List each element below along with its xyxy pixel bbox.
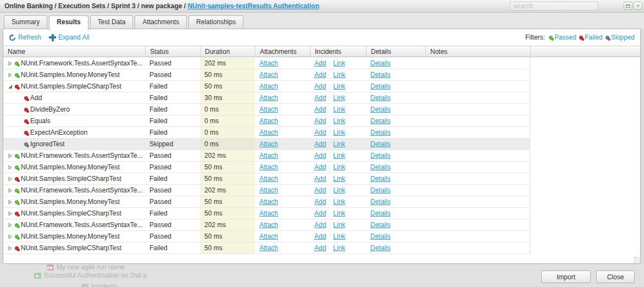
expand-icon[interactable] (8, 61, 13, 66)
breadcrumb-test-link[interactable]: NUnit-samples-testResults Authentication (187, 2, 319, 10)
column-header-status[interactable]: Status (145, 46, 200, 57)
attach-link[interactable]: Attach (259, 186, 278, 194)
link-incident-link[interactable]: Link (333, 198, 345, 206)
add-incident-link[interactable]: Add (314, 71, 326, 79)
link-incident-link[interactable]: Link (333, 106, 345, 113)
link-incident-link[interactable]: Link (333, 163, 345, 171)
add-incident-link[interactable]: Add (314, 221, 326, 229)
column-header-incidents[interactable]: Incidents (310, 46, 366, 57)
refresh-button[interactable]: Refresh (9, 34, 41, 41)
link-incident-link[interactable]: Link (333, 186, 345, 194)
details-link[interactable]: Details (370, 59, 391, 67)
add-incident-link[interactable]: Add (314, 59, 326, 67)
column-header-name[interactable]: Name (3, 46, 145, 57)
table-row[interactable]: NUnit.Samples.SimpleCSharpTestFailed50 m… (3, 208, 530, 219)
attach-link[interactable]: Attach (259, 175, 278, 183)
attach-link[interactable]: Attach (259, 59, 278, 67)
tab-test-data[interactable]: Test Data (90, 15, 134, 29)
tab-attachments[interactable]: Attachments (135, 15, 187, 29)
add-incident-link[interactable]: Add (314, 82, 326, 90)
expand-icon[interactable] (8, 246, 13, 251)
add-incident-link[interactable]: Add (314, 209, 326, 217)
link-incident-link[interactable]: Link (333, 129, 345, 136)
import-button[interactable]: Import (541, 271, 591, 283)
add-incident-link[interactable]: Add (314, 129, 326, 136)
add-incident-link[interactable]: Add (314, 186, 326, 194)
maximize-button[interactable] (624, 2, 632, 10)
column-header-attachments[interactable]: Attachments (255, 46, 310, 57)
attach-link[interactable]: Attach (259, 82, 278, 90)
add-incident-link[interactable]: Add (314, 94, 326, 102)
attach-link[interactable]: Attach (259, 244, 278, 252)
add-incident-link[interactable]: Add (314, 233, 326, 240)
add-incident-link[interactable]: Add (314, 140, 326, 148)
search-input[interactable] (510, 2, 598, 10)
link-incident-link[interactable]: Link (333, 82, 345, 90)
attach-link[interactable]: Attach (259, 198, 278, 206)
expand-icon[interactable] (8, 73, 13, 78)
table-row[interactable]: IgnoredTestSkipped0 msAttachAddLinkDetai… (3, 139, 530, 150)
attach-link[interactable]: Attach (259, 140, 278, 148)
details-link[interactable]: Details (370, 117, 391, 125)
add-incident-link[interactable]: Add (314, 152, 326, 159)
add-incident-link[interactable]: Add (314, 106, 326, 113)
filter-failed[interactable]: Failed (579, 34, 603, 41)
attach-link[interactable]: Attach (259, 233, 278, 240)
table-row[interactable]: NUnit.Samples.Money.MoneyTestPassed50 ms… (3, 69, 530, 81)
tab-results[interactable]: Results (49, 15, 88, 30)
link-incident-link[interactable]: Link (333, 221, 345, 229)
link-incident-link[interactable]: Link (333, 209, 345, 217)
details-link[interactable]: Details (370, 221, 391, 229)
table-row[interactable]: NUnit.Samples.Money.MoneyTestPassed50 ms… (3, 196, 530, 208)
link-incident-link[interactable]: Link (333, 140, 345, 148)
filter-skipped[interactable]: Skipped (606, 34, 635, 41)
details-link[interactable]: Details (370, 82, 391, 90)
attach-link[interactable]: Attach (259, 106, 278, 113)
table-row[interactable]: NUnit.Samples.SimpleCSharpTestFailed50 m… (3, 173, 530, 185)
link-incident-link[interactable]: Link (333, 175, 345, 183)
close-button[interactable]: Close (596, 271, 635, 283)
details-link[interactable]: Details (370, 186, 391, 194)
link-incident-link[interactable]: Link (333, 244, 345, 252)
table-row[interactable]: NUnit.Samples.SimpleCSharpTestFailed50 m… (3, 242, 530, 254)
attach-link[interactable]: Attach (259, 94, 278, 102)
add-incident-link[interactable]: Add (314, 117, 326, 125)
add-incident-link[interactable]: Add (314, 244, 326, 252)
details-link[interactable]: Details (370, 175, 391, 183)
collapse-icon[interactable] (8, 84, 13, 89)
attach-link[interactable]: Attach (259, 163, 278, 171)
expand-icon[interactable] (8, 153, 13, 158)
expand-icon[interactable] (8, 211, 13, 216)
tab-summary[interactable]: Summary (4, 15, 47, 29)
table-row[interactable]: DivideByZeroFailed0 msAttachAddLinkDetai… (3, 104, 530, 115)
details-link[interactable]: Details (370, 71, 391, 79)
expand-icon[interactable] (8, 234, 13, 239)
details-link[interactable]: Details (370, 152, 391, 159)
attach-link[interactable]: Attach (259, 117, 278, 125)
attach-link[interactable]: Attach (259, 129, 278, 136)
table-row[interactable]: EqualsFailed0 msAttachAddLinkDetails (3, 115, 530, 127)
link-incident-link[interactable]: Link (333, 117, 345, 125)
details-link[interactable]: Details (370, 106, 391, 113)
table-row[interactable]: NUnit.Samples.Money.MoneyTestPassed50 ms… (3, 162, 530, 173)
table-row[interactable]: NUnit.Framework.Tests.AssertSyntaxTe...P… (3, 58, 530, 69)
table-row[interactable]: NUnit.Framework.Tests.AssertSyntaxTe...P… (3, 150, 530, 162)
table-row[interactable]: NUnit.Framework.Tests.AssertSyntaxTe...P… (3, 219, 530, 231)
details-link[interactable]: Details (370, 209, 391, 217)
link-incident-link[interactable]: Link (333, 233, 345, 240)
link-incident-link[interactable]: Link (333, 152, 345, 159)
table-row[interactable]: AddFailed30 msAttachAddLinkDetails (3, 92, 530, 104)
link-incident-link[interactable]: Link (333, 94, 345, 102)
add-incident-link[interactable]: Add (314, 163, 326, 171)
table-row[interactable]: NUnit.Samples.Money.MoneyTestPassed50 ms… (3, 231, 530, 242)
attach-link[interactable]: Attach (259, 209, 278, 217)
link-incident-link[interactable]: Link (333, 71, 345, 79)
details-link[interactable]: Details (370, 198, 391, 206)
table-row[interactable]: ExpectAnExceptionFailed0 msAttachAddLink… (3, 127, 530, 139)
table-row[interactable]: NUnit.Framework.Tests.AssertSyntaxTe...P… (3, 185, 530, 196)
expand-icon[interactable] (8, 200, 13, 205)
table-row[interactable]: NUnit.Samples.SimpleCSharpTestFailed50 m… (3, 81, 530, 92)
details-link[interactable]: Details (370, 244, 391, 252)
add-incident-link[interactable]: Add (314, 198, 326, 206)
filter-passed[interactable]: Passed (549, 34, 576, 41)
